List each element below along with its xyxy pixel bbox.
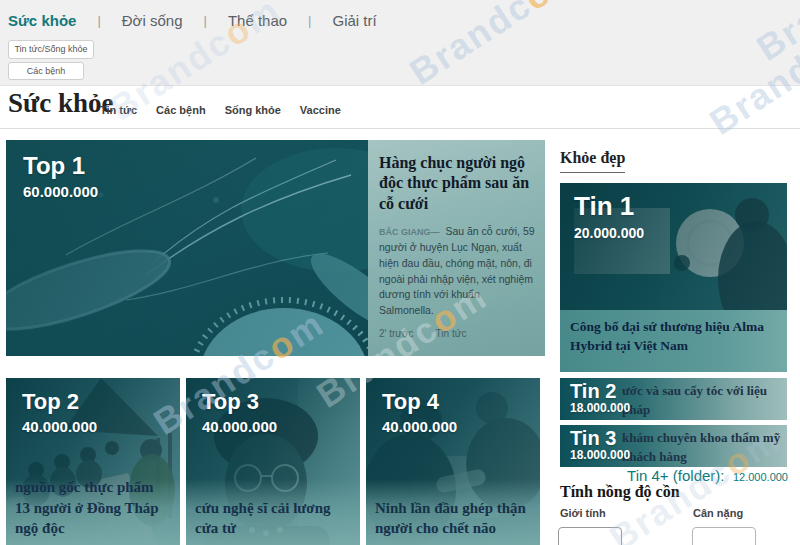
section-subnav: Tin tức Các bệnh Sống khỏe Vaccine (100, 104, 341, 116)
filter-pill-cac-benh[interactable]: Các bệnh (8, 62, 84, 80)
featured-article-panel[interactable]: Hàng chục người ngộ độc thực phẩm sau ăn… (368, 140, 545, 356)
rank-badge-top3: Top 3 (202, 389, 259, 415)
nav-item-the-thao[interactable]: Thể thao (228, 12, 287, 29)
metric-top1: 60.000.000 (23, 183, 98, 200)
subnav-song-khoe[interactable]: Sống khỏe (225, 104, 281, 116)
rank-badge-top2: Top 2 (22, 389, 79, 415)
article-card-top3[interactable]: Top 3 40.000.000 cứu nghệ sĩ cải lương c… (186, 378, 360, 545)
category-link[interactable]: Tin tức (436, 328, 467, 339)
weight-select[interactable] (692, 527, 756, 545)
subnav-vaccine[interactable]: Vaccine (300, 104, 341, 116)
nav-separator: | (97, 13, 100, 28)
article-card-title: nguồn gốc thực phẩm 13 người ở Đồng Tháp… (15, 477, 159, 538)
featured-article-excerpt-block: BẮC GIANG— Sau ăn cỗ cưới, 59 người ở hu… (379, 224, 535, 319)
subnav-tin-tuc[interactable]: Tin tức (100, 104, 137, 116)
divider (0, 128, 800, 129)
rank-badge-top4: Top 4 (382, 389, 439, 415)
nav-item-giai-tri[interactable]: Giải trí (332, 12, 376, 29)
top-header-bar: Sức khỏe | Đời sống | Thể thao | Giải tr… (0, 0, 800, 86)
article-card-title: cứu nghệ sĩ cải lương cửa tử (195, 498, 331, 539)
dateline: BẮC GIANG— (379, 227, 440, 237)
subnav-cac-benh[interactable]: Các bệnh (156, 104, 206, 116)
rank-badge-top1: Top 1 (23, 152, 85, 180)
featured-article-title: Hàng chục người ngộ độc thực phẩm sau ăn… (379, 153, 535, 214)
nav-item-suc-khoe[interactable]: Sức khỏe (8, 12, 76, 29)
article-card-title: Ninh lần đầu ghép thận người cho chết nã… (375, 498, 526, 539)
weight-label: Cân nặng (693, 507, 743, 519)
rank-badge-tin2: Tin 2 (570, 380, 616, 403)
rank-badge-tin1: Tin 1 (574, 191, 634, 222)
sidebar-card-tin1[interactable]: Tin 1 20.000.000 Công bố đại sứ thương h… (560, 183, 787, 372)
nav-separator: | (203, 13, 206, 28)
featured-article-excerpt: Sau ăn cỗ cưới, 59 người ở huyện Lục Ngạ… (379, 225, 535, 316)
metric-tin1: 20.000.000 (574, 225, 644, 241)
nav-item-doi-song[interactable]: Đời sống (122, 12, 183, 29)
article-card-top4[interactable]: Top 4 40.000.000 Ninh lần đầu ghép thận … (366, 378, 540, 545)
featured-article-image[interactable]: Top 1 60.000.000 (6, 140, 368, 356)
nav-separator: | (308, 13, 311, 28)
metric-top4: 40.000.000 (382, 418, 457, 435)
sidebar-card-caption: Công bố đại sứ thương hiệu Alma Hybrid t… (560, 310, 787, 372)
metric-top3: 40.000.000 (202, 418, 277, 435)
sidebar-heading: Khỏe đẹp (560, 149, 625, 173)
background-article-title: ước và sau cấy tóc với liệu pháp (622, 382, 787, 420)
sidebar-card-tin2[interactable]: ước và sau cấy tóc với liệu pháp Tin 2 1… (560, 378, 787, 420)
background-article-title: khám chuyên khoa thẩm mỹ khách hàng (622, 429, 780, 467)
folder-metric: 12.000.000 (733, 471, 788, 483)
featured-article-meta: 2' trước Tin tức (379, 328, 535, 339)
article-card-top2[interactable]: Top 2 40.000.000 nguồn gốc thực phẩm 13 … (6, 378, 180, 545)
metric-top2: 40.000.000 (22, 418, 97, 435)
timestamp: 2' trước (379, 328, 414, 339)
gender-select[interactable] (558, 527, 622, 545)
page-title: Sức khỏe (8, 88, 113, 119)
metric-tin2: 18.000.000 (570, 401, 630, 415)
rank-badge-tin3: Tin 3 (570, 427, 616, 450)
alcohol-calculator-title: Tính nồng độ cồn (560, 483, 680, 501)
page: Sức khỏe | Đời sống | Thể thao | Giải tr… (0, 0, 800, 545)
gender-label: Giới tính (560, 507, 606, 519)
metric-tin3: 18.000.000 (570, 448, 630, 462)
filter-pill-tin-tuc-song-khoe[interactable]: Tin tức/Sống khỏe (8, 40, 94, 59)
folder-label: Tin 4+ (folder): (627, 467, 724, 484)
main-nav: Sức khỏe | Đời sống | Thể thao | Giải tr… (8, 12, 377, 29)
sidebar-card-tin3[interactable]: khám chuyên khoa thẩm mỹ khách hàng Tin … (560, 425, 787, 467)
